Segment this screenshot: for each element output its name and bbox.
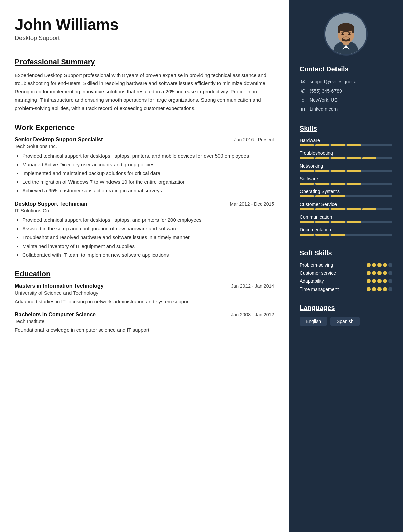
skill-bar-segment [331,183,345,185]
skill-bar-segment [362,157,377,159]
skill-bar-segment [331,208,345,210]
skill-item: Troubleshooting [300,150,392,159]
skill-bar-segment [331,221,345,223]
dot [383,287,387,291]
contact-text: NewYork, US [310,97,338,103]
skill-name: Networking [300,163,392,169]
contact-item: inLinkedIn.com [300,106,392,112]
languages-section: Languages EnglishSpanish [289,304,403,326]
skill-bar [300,157,392,159]
list-item: Provided technical support for desktops,… [22,216,274,224]
dot [388,271,392,275]
skill-bar [300,208,392,210]
job-dates: Jan 2016 - Present [234,137,274,142]
avatar [324,12,368,56]
skill-bar-segment [315,195,330,197]
skill-bar-segment [347,208,361,210]
edu-item: Masters in Information TechnologyJan 201… [15,283,274,306]
soft-skill-item: Problem-solving [300,262,392,268]
svg-point-7 [341,33,344,35]
skill-bar-segment [362,221,377,223]
edu-degree: Masters in Information Technology [15,283,104,289]
skill-bar-segment [331,170,345,172]
contact-section: Contact Details ✉support@cvdesigner.ai✆(… [289,65,403,115]
skill-bar-segment [347,183,361,185]
edu-dates: Jan 2012 - Jan 2014 [231,283,274,289]
soft-skill-item: Adaptability [300,278,392,284]
skill-bar-segment [378,234,392,236]
contact-title: Contact Details [300,65,392,73]
skill-name: Documentation [300,227,392,232]
edu-dates: Jan 2008 - Jan 2012 [231,312,274,317]
edu-item: Bachelors in Computer ScienceJan 2008 - … [15,312,274,334]
list-item: Led the migration of Windows 7 to Window… [22,178,274,186]
skill-bar-segment [315,221,330,223]
skill-item: Software [300,176,392,185]
edu-container: Masters in Information TechnologyJan 201… [15,283,274,334]
dot [383,279,387,283]
skill-bar-segment [331,195,345,197]
dot [377,279,382,283]
skill-bar-segment [378,208,392,210]
skill-bar [300,144,392,146]
skill-bar-segment [347,221,361,223]
job-company: Tech Solutions Inc. [15,143,274,149]
dot [372,263,376,267]
list-item: Implemented and maintained backup soluti… [22,169,274,177]
list-item: Achieved a 95% customer satisfaction rat… [22,187,274,195]
skill-bar [300,195,392,197]
dot [388,287,392,291]
skill-bar-segment [362,183,377,185]
job-item: Senior Desktop Support SpecialistJan 201… [15,137,274,195]
list-item: Provided technical support for desktops,… [22,152,274,160]
skill-bar [300,183,392,185]
skill-bar-segment [347,170,361,172]
contact-icon: ✉ [300,78,306,85]
skill-bar-segment [347,195,361,197]
soft-skill-name: Customer service [300,270,367,276]
skill-bar-segment [347,144,361,146]
skill-bar-segment [362,144,377,146]
dot [372,279,376,283]
skill-bar-segment [362,170,377,172]
skill-bar-segment [315,208,330,210]
skill-bar-segment [300,234,314,236]
skill-name: Customer Service [300,202,392,207]
header-divider [15,48,274,48]
job-item: Desktop Support TechnicianMar 2012 - Dec… [15,201,274,259]
edu-institution: Tech Institute [15,318,274,324]
skill-name: Hardware [300,138,392,143]
list-item: Collaborated with IT team to implement n… [22,251,274,259]
skill-bar-segment [378,195,392,197]
skill-bar-segment [378,170,392,172]
skill-bar-segment [331,157,345,159]
dot [372,271,376,275]
skill-bar-segment [362,195,377,197]
dot [367,271,371,275]
skill-bar-segment [300,183,314,185]
dot [367,287,371,291]
education-section: Education Masters in Information Technol… [15,270,274,334]
skill-bar-segment [315,183,330,185]
edu-institution: University of Science and Technology [15,290,274,296]
dot [383,263,387,267]
dot [388,263,392,267]
skill-bar-segment [362,234,377,236]
soft-skill-item: Customer service [300,270,392,276]
contact-item: ✉support@cvdesigner.ai [300,78,392,85]
skill-name: Communication [300,214,392,220]
skill-bar [300,234,392,236]
skill-bar-segment [331,144,345,146]
education-title: Education [15,270,274,278]
list-item: Managed Active Directory user accounts a… [22,161,274,169]
skill-bar-segment [347,234,361,236]
soft-skills-title: Soft Skills [300,249,392,257]
language-badge: English [300,317,327,326]
skill-bar [300,221,392,223]
skill-item: Documentation [300,227,392,236]
dot [372,287,376,291]
candidate-title: Desktop Support [15,35,274,42]
skills-container: HardwareTroubleshootingNetworkingSoftwar… [300,138,392,236]
list-item: Troubleshot and resolved hardware and so… [22,233,274,241]
skill-bar-segment [315,234,330,236]
